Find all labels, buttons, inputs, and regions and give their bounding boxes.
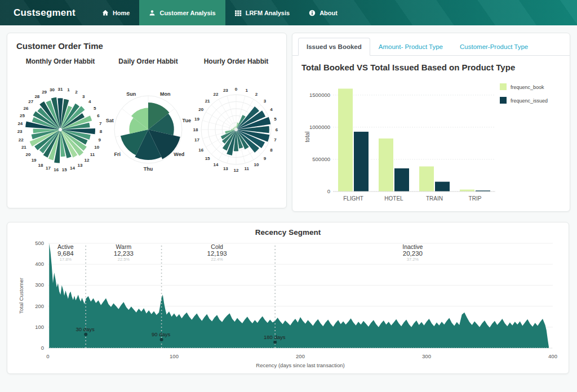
nav-item-label: LRFM Analysis (246, 10, 290, 16)
customer-order-time-card: Customer Order Time Monthly Order Habbit… (7, 33, 287, 208)
bar-hotel-frequenc_issued[interactable] (394, 168, 409, 191)
hourly-chart-block: Hourly Order Habbit 01234567891011121314… (192, 57, 280, 187)
svg-text:200: 200 (296, 353, 305, 359)
svg-text:3: 3 (264, 99, 267, 104)
tab-amount-product-type[interactable]: Amount- Product Type (370, 38, 451, 56)
svg-text:Total Customer: Total Customer (18, 278, 24, 314)
legend-label-issued: frequenc_issued (511, 97, 548, 104)
svg-text:23: 23 (17, 129, 23, 134)
svg-text:Mon: Mon (160, 91, 171, 97)
svg-text:400: 400 (548, 353, 557, 359)
user-icon (149, 10, 156, 16)
monthly-order-chart[interactable]: 1234567891011121314151617181920212223242… (16, 68, 104, 185)
svg-text:15: 15 (205, 156, 210, 161)
svg-text:1500000: 1500000 (309, 92, 330, 98)
recency-segment-card: Recency Segment 010020030040050001002003… (7, 222, 569, 374)
legend-swatch-issued (500, 97, 507, 104)
marker-90-days (160, 338, 163, 341)
polar-spoke (211, 105, 236, 130)
brand[interactable]: Custsegment (0, 7, 92, 19)
recency-title: Recency Segment (15, 228, 561, 237)
svg-text:7: 7 (274, 137, 277, 142)
svg-text:21: 21 (205, 99, 210, 104)
bar-flight-frequenc_book[interactable] (338, 88, 353, 191)
svg-text:0: 0 (327, 188, 330, 194)
svg-text:FLIGHT: FLIGHT (343, 195, 363, 202)
nav-item-customer-analysis[interactable]: Customer Analysis (139, 0, 225, 25)
legend-item-issued[interactable]: frequenc_issued (500, 97, 548, 104)
svg-text:14: 14 (70, 166, 75, 171)
svg-text:25: 25 (20, 113, 25, 118)
svg-text:37.2%: 37.2% (407, 257, 419, 262)
bar-train-frequenc_book[interactable] (419, 166, 434, 191)
polar-spoke (206, 112, 236, 130)
navbar: Custsegment Home Customer Analysis LRFM … (0, 0, 577, 25)
svg-text:19: 19 (32, 158, 37, 163)
marker-30-days (84, 333, 87, 336)
hourly-chart-subtitle: Hourly Order Habbit (192, 57, 280, 65)
svg-text:8: 8 (100, 129, 103, 134)
bar-trip-frequenc_book[interactable] (460, 190, 474, 191)
bar-hotel-frequenc_book[interactable] (379, 139, 393, 191)
svg-text:Active: Active (57, 243, 74, 250)
svg-text:21: 21 (21, 145, 26, 150)
svg-text:1000000: 1000000 (309, 124, 330, 130)
nav-item-about[interactable]: About (299, 0, 347, 25)
nav-item-lrfm-analysis[interactable]: LRFM Analysis (225, 0, 299, 25)
svg-text:10: 10 (254, 162, 259, 167)
svg-text:HOTEL: HOTEL (384, 195, 403, 202)
svg-text:200: 200 (35, 303, 44, 309)
svg-text:TRIP: TRIP (469, 195, 482, 202)
svg-text:Tue: Tue (183, 118, 191, 123)
svg-text:500000: 500000 (312, 156, 330, 162)
svg-text:Wed: Wed (174, 152, 184, 157)
bar-train-frequenc_issued[interactable] (435, 182, 450, 191)
hourly-order-chart[interactable]: 01234567891011121314151617181920212223 (192, 68, 280, 185)
order-time-title: Customer Order Time (16, 41, 277, 51)
legend-item-book[interactable]: frequenc_book (500, 83, 548, 90)
svg-text:14: 14 (214, 162, 219, 167)
svg-text:23: 23 (223, 88, 228, 93)
svg-text:26: 26 (23, 106, 28, 111)
svg-text:5: 5 (94, 106, 96, 111)
nav-item-label: Home (113, 10, 130, 16)
svg-text:28: 28 (34, 94, 39, 99)
marker-180-days (273, 341, 277, 344)
svg-text:27: 27 (28, 99, 33, 104)
polar-bar-0 (236, 126, 236, 128)
legend-label-book: frequenc_book (511, 83, 544, 90)
booked-vs-issued-chart[interactable]: 050000010000001500000totalFLIGHTHOTELTRA… (301, 75, 500, 208)
svg-text:30 days: 30 days (76, 326, 95, 332)
svg-text:8: 8 (270, 148, 273, 153)
tab-issued-vs-booked[interactable]: Issued vs Booked (298, 38, 370, 56)
svg-text:17: 17 (194, 137, 199, 142)
grid-icon (235, 10, 242, 16)
bar-flight-frequenc_issued[interactable] (354, 132, 369, 191)
svg-text:16: 16 (54, 167, 59, 172)
svg-text:90 days: 90 days (152, 331, 171, 337)
svg-text:24: 24 (17, 121, 23, 126)
daily-order-chart[interactable]: MonTueWedThuFriSatSun (104, 68, 192, 185)
svg-text:Thu: Thu (144, 166, 153, 172)
nav-item-label: About (319, 10, 338, 16)
svg-text:0: 0 (41, 345, 44, 351)
nav-item-home[interactable]: Home (92, 0, 140, 25)
svg-text:300: 300 (35, 282, 44, 288)
product-tabs: Issued vs Booked Amount- Product Type Cu… (292, 33, 570, 56)
svg-text:1: 1 (245, 88, 248, 93)
svg-text:12: 12 (234, 168, 239, 173)
svg-text:22: 22 (214, 92, 219, 97)
svg-text:0: 0 (46, 353, 49, 359)
svg-text:30: 30 (50, 87, 55, 92)
svg-text:19: 19 (194, 117, 199, 122)
recency-segment-chart[interactable]: 01002003004005000100200300400Recency (da… (15, 238, 561, 372)
svg-text:29: 29 (42, 90, 47, 95)
svg-text:10: 10 (94, 145, 99, 150)
svg-text:Recency (days since last trans: Recency (days since last transaction) (256, 362, 344, 368)
nav-item-label: Customer Analysis (159, 10, 215, 16)
daily-chart-block: Daily Order Habbit MonTueWedThuFriSatSun (104, 57, 192, 187)
svg-text:Fri: Fri (114, 152, 121, 157)
tab-customer-product-type[interactable]: Customer-Product Type (451, 38, 536, 56)
svg-text:180 days: 180 days (264, 334, 286, 340)
monthly-chart-subtitle: Monthly Order Habbit (16, 57, 104, 65)
